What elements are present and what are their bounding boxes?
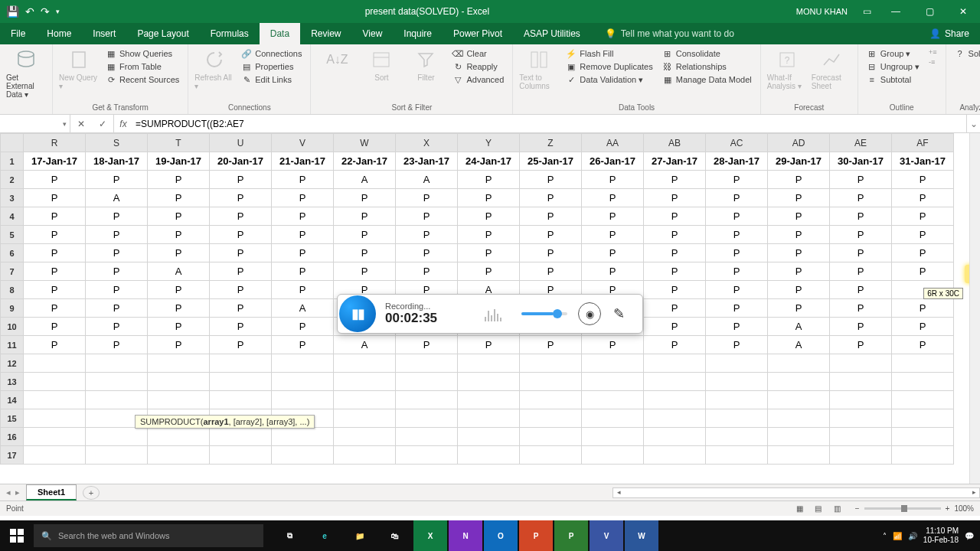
cell[interactable]: P [210,318,272,336]
cell[interactable] [86,391,148,409]
cell[interactable] [582,354,644,373]
cell[interactable]: P [706,336,768,354]
cell[interactable] [520,409,582,428]
cell[interactable] [768,428,830,446]
cell[interactable]: P [210,189,272,207]
column-header[interactable]: AF [892,134,954,152]
normal-view-button[interactable]: ▦ [791,504,808,513]
cell[interactable]: P [24,189,86,207]
cell[interactable] [272,428,334,446]
column-header[interactable]: AA [582,134,644,152]
cell[interactable]: P [148,244,210,262]
cell[interactable]: P [396,189,458,207]
row-header[interactable]: 8 [1,281,24,299]
sort-az-button[interactable]: A↓Z [317,47,357,72]
save-icon[interactable]: 💾 [6,5,19,18]
page-break-view-button[interactable]: ▥ [829,504,846,513]
cell[interactable] [458,446,520,465]
cell[interactable]: P [458,207,520,226]
row-header[interactable]: 12 [1,354,24,373]
taskbar-search[interactable]: 🔍 Search the web and Windows [34,524,263,547]
cell[interactable]: P [768,281,830,299]
cell[interactable]: P [272,207,334,226]
cell[interactable] [582,446,644,465]
app-excel[interactable]: X [413,520,447,551]
cell[interactable]: P [830,226,892,244]
recent-sources-button[interactable]: ⟳Recent Sources [103,73,181,86]
cell[interactable]: P [768,262,830,281]
cell[interactable]: P [210,244,272,262]
column-header[interactable]: AD [768,134,830,152]
cell[interactable]: 25-Jan-17 [520,152,582,171]
cell[interactable] [892,428,954,446]
column-header[interactable]: X [396,134,458,152]
cell[interactable]: P [148,299,210,318]
cell[interactable]: 23-Jan-17 [396,152,458,171]
cell[interactable]: P [644,226,706,244]
app-onenote[interactable]: N [449,520,482,551]
cell[interactable]: 17-Jan-17 [24,152,86,171]
task-view-button[interactable]: ⧉ [273,520,306,551]
cell[interactable]: P [582,244,644,262]
cell[interactable]: P [706,171,768,189]
cell[interactable]: P [334,189,396,207]
screen-recorder-widget[interactable]: ▮▮ Recording... 00:02:35 ◉ ✎ [337,294,643,334]
cell[interactable]: P [644,281,706,299]
cell[interactable]: P [210,226,272,244]
cell[interactable]: P [24,299,86,318]
cell[interactable]: P [520,262,582,281]
cell[interactable] [830,391,892,409]
cell[interactable] [24,446,86,465]
cell[interactable] [458,428,520,446]
cell[interactable]: 28-Jan-17 [706,152,768,171]
cell[interactable]: 19-Jan-17 [148,152,210,171]
cell[interactable] [458,391,520,409]
cell[interactable]: P [396,226,458,244]
cell[interactable]: P [272,262,334,281]
qat-more-icon[interactable]: ▾ [56,8,60,15]
cell[interactable]: P [830,299,892,318]
cell[interactable]: P [892,244,954,262]
cell[interactable]: A [396,171,458,189]
cell[interactable]: P [520,207,582,226]
cell[interactable]: 29-Jan-17 [768,152,830,171]
cell[interactable] [458,409,520,428]
cell[interactable] [86,373,148,391]
cell[interactable]: P [210,281,272,299]
cell[interactable] [148,354,210,373]
manage-model-button[interactable]: ▦Manage Data Model [660,73,754,86]
add-sheet-button[interactable]: + [83,486,100,500]
app-project[interactable]: P [554,520,588,551]
row-header[interactable]: 16 [1,428,24,446]
show-detail-button[interactable]: +≡ [926,47,939,57]
app-edge[interactable]: e [308,520,341,551]
relationships-button[interactable]: ⛓Relationships [660,60,754,73]
app-store[interactable]: 🛍 [378,520,412,551]
enter-formula-button[interactable]: ✓ [92,119,113,129]
cell[interactable]: P [24,171,86,189]
hide-detail-button[interactable]: -≡ [926,57,939,67]
cell[interactable]: P [706,207,768,226]
cell[interactable] [830,446,892,465]
column-header[interactable]: Z [520,134,582,152]
cell[interactable]: 31-Jan-17 [892,152,954,171]
app-word[interactable]: W [625,520,658,551]
cell[interactable] [24,354,86,373]
column-header[interactable]: V [272,134,334,152]
cell[interactable]: P [706,262,768,281]
cell[interactable] [210,373,272,391]
cell[interactable]: P [148,171,210,189]
cell[interactable]: P [768,207,830,226]
tab-page-layout[interactable]: Page Layout [126,23,199,44]
cell[interactable] [892,373,954,391]
sheet-nav-next-icon[interactable]: ▸ [15,487,20,497]
cell[interactable]: P [272,281,334,299]
cell[interactable] [24,391,86,409]
cell[interactable] [830,373,892,391]
cell[interactable]: P [706,244,768,262]
cell[interactable] [334,354,396,373]
cell[interactable]: P [644,207,706,226]
column-header[interactable]: AE [830,134,892,152]
cell[interactable] [458,354,520,373]
cell[interactable] [892,354,954,373]
